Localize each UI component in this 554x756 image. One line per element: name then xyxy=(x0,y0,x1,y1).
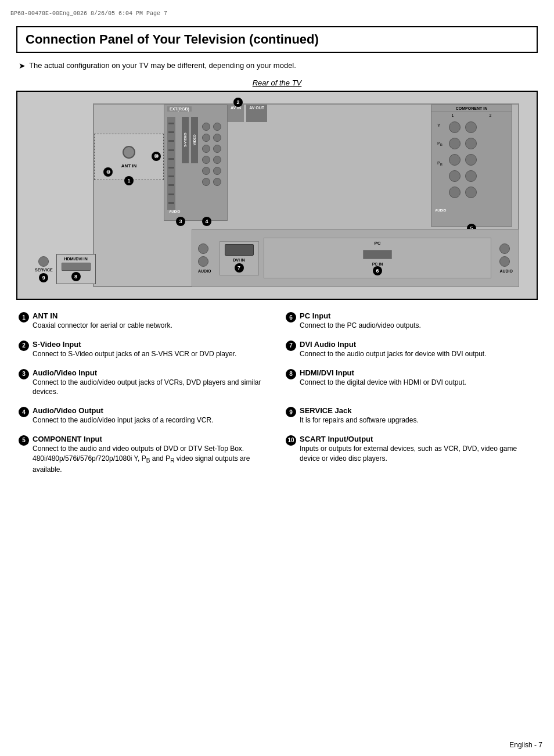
desc-item-8: 8HDMI/DVI InputConnect to the digital de… xyxy=(286,368,535,397)
desc-num-4: 4 xyxy=(19,407,29,417)
num-10: ⑩ xyxy=(152,152,161,161)
desc-section: 1ANT INCoaxial connector for aerial or c… xyxy=(19,311,535,475)
desc-text-9: SERVICE JackIt is for repairs and softwa… xyxy=(300,406,535,425)
desc-title-10: SCART Input/Output xyxy=(300,435,535,443)
desc-text-8: HDMI/DVI InputConnect to the digital dev… xyxy=(300,368,535,388)
desc-text-6: PC InputConnect to the PC audio/video ou… xyxy=(300,311,535,331)
desc-body-8: Connect to the digital device with HDMI … xyxy=(300,378,535,388)
desc-body-4: Connect to the audio/video input jacks o… xyxy=(33,415,268,425)
dvi-in-label: DVI IN xyxy=(233,258,245,262)
desc-item-3: 3Audio/Video InputConnect to the audio/v… xyxy=(19,368,268,397)
num-9: 9 xyxy=(39,273,48,282)
desc-body-5: Connect to the audio and video outputs o… xyxy=(33,444,268,475)
num-1: 1 xyxy=(124,176,134,185)
desc-body-6: Connect to the PC audio/video outputs. xyxy=(300,321,535,331)
dvi-in-section: DVI IN 7 xyxy=(220,241,259,275)
desc-num-10: 10 xyxy=(286,435,296,446)
pb-label: PB xyxy=(437,141,443,146)
component-in-label: COMPONENT IN xyxy=(431,105,512,112)
title-box: Connection Panel of Your Television (con… xyxy=(16,26,538,53)
service-section: SERVICE 9 xyxy=(35,256,53,282)
desc-title-9: SERVICE Jack xyxy=(300,406,535,415)
svideo-label: S-VIDEO xyxy=(182,117,189,163)
desc-title-3: Audio/Video Input xyxy=(33,368,268,377)
video-label: VIDEO xyxy=(191,117,198,163)
ant-connector xyxy=(123,146,135,159)
dvi-connector xyxy=(225,244,254,256)
desc-title-1: ANT IN xyxy=(33,311,268,320)
title-bold: Connection Panel of Your Television xyxy=(26,32,246,46)
ext-section: EXT(RGB) ⑩ S-VIDEO xyxy=(164,105,228,221)
pr-label: PR xyxy=(437,161,443,166)
ant-label: ANT IN xyxy=(121,163,137,169)
desc-item-5: 5COMPONENT InputConnect to the audio and… xyxy=(19,435,268,475)
footer: English - 7 xyxy=(509,741,542,749)
audio-dvi-label: AUDIO xyxy=(198,269,211,273)
scart-connector xyxy=(167,117,175,210)
y-label: Y xyxy=(437,123,440,128)
component-connectors xyxy=(449,121,477,198)
desc-text-10: SCART Input/OutputInputs or outputs for … xyxy=(300,435,535,464)
footer-text: English - 7 xyxy=(509,741,542,749)
service-hdmi-row: SERVICE 9 HDMI/DVI IN 8 xyxy=(35,254,96,284)
desc-item-9: 9SERVICE JackIt is for repairs and softw… xyxy=(286,406,535,425)
desc-num-5: 5 xyxy=(19,435,29,446)
av-labels-row: AV IN AV OUT xyxy=(228,105,274,122)
desc-body-3: Connect to the audio/video output jacks … xyxy=(33,378,268,397)
bottom-subpanel: AUDIO DVI IN 7 PC PC IN 6 xyxy=(192,229,519,287)
desc-item-4: 4Audio/Video OutputConnect to the audio/… xyxy=(19,406,268,425)
title-normal: (continued) xyxy=(246,32,319,46)
note-text: The actual configuration on your TV may … xyxy=(29,61,296,70)
desc-num-1: 1 xyxy=(19,312,29,323)
pc-connector xyxy=(362,248,394,261)
desc-num-2: 2 xyxy=(19,341,29,351)
audio-label-left: AUDIO xyxy=(169,210,180,213)
desc-body-10: Inputs or outputs for external devices, … xyxy=(300,444,535,464)
pc-label: PC xyxy=(374,241,380,246)
desc-num-8: 8 xyxy=(286,369,296,379)
desc-title-4: Audio/Video Output xyxy=(33,406,268,415)
desc-title-8: HDMI/DVI Input xyxy=(300,368,535,377)
desc-body-2: Connect to S-Video output jacks of an S-… xyxy=(33,349,268,359)
file-header: BP68-00478E-00Eng_0826 8/26/05 6:04 PM P… xyxy=(10,10,544,17)
av-connectors xyxy=(202,123,221,186)
page: BP68-00478E-00Eng_0826 8/26/05 6:04 PM P… xyxy=(0,0,554,756)
hdmi-connector xyxy=(62,263,91,271)
desc-title-2: S-Video Input xyxy=(33,340,268,349)
note-line: ➤ The actual configuration on your TV ma… xyxy=(19,61,535,70)
pc-audio-section: AUDIO xyxy=(494,240,519,277)
desc-num-3: 3 xyxy=(19,369,29,379)
num-7: 7 xyxy=(235,263,244,273)
desc-num-9: 9 xyxy=(286,407,296,417)
desc-item-10: 10SCART Input/OutputInputs or outputs fo… xyxy=(286,435,535,475)
desc-num-7: 7 xyxy=(286,341,296,351)
desc-text-4: Audio/Video OutputConnect to the audio/v… xyxy=(33,406,268,425)
desc-text-1: ANT INCoaxial connector for aerial or ca… xyxy=(33,311,268,331)
pc-section: PC PC IN 6 xyxy=(264,238,492,278)
ext-label: EXT(RGB) xyxy=(167,106,192,112)
num-6: 6 xyxy=(373,266,382,275)
service-label: SERVICE xyxy=(35,268,53,272)
page-title: Connection Panel of Your Television (con… xyxy=(26,32,319,46)
tv-diagram: ANT IN 1 EXT(RGB) xyxy=(16,91,538,300)
desc-body-7: Connect to the audio output jacks for de… xyxy=(300,349,535,359)
desc-body-1: Coaxial connector for aerial or cable ne… xyxy=(33,321,268,331)
desc-item-2: 2S-Video InputConnect to S-Video output … xyxy=(19,340,268,359)
num-3: 3 xyxy=(176,217,185,226)
desc-title-6: PC Input xyxy=(300,311,535,320)
desc-text-2: S-Video InputConnect to S-Video output j… xyxy=(33,340,268,359)
desc-num-6: 6 xyxy=(286,312,296,323)
audio-pc-label: AUDIO xyxy=(499,269,513,273)
num-8: 8 xyxy=(71,272,81,281)
pc-in-label: PC IN xyxy=(372,262,383,266)
hdmi-label: HDMI/DVI IN xyxy=(64,257,87,261)
num-4: 4 xyxy=(202,217,211,226)
desc-item-1: 1ANT INCoaxial connector for aerial or c… xyxy=(19,311,268,331)
desc-text-3: Audio/Video InputConnect to the audio/vi… xyxy=(33,368,268,397)
num-2-pos: 2 xyxy=(233,98,243,107)
desc-title-5: COMPONENT Input xyxy=(33,435,268,443)
diagram-label: Rear of the TV xyxy=(10,78,544,87)
note-arrow: ➤ xyxy=(19,61,26,70)
desc-text-5: COMPONENT InputConnect to the audio and … xyxy=(33,435,268,475)
hdmi-section: HDMI/DVI IN 8 xyxy=(56,254,96,284)
